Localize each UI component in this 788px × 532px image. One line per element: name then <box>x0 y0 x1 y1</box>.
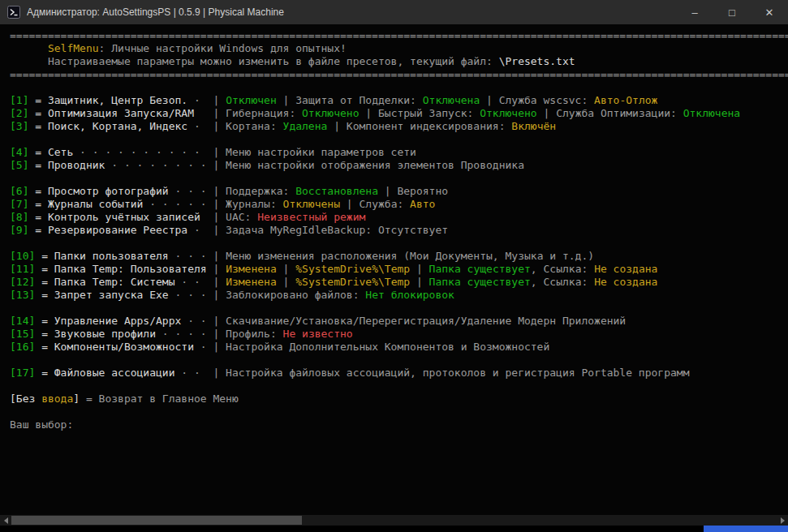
console-line: [13] = Запрет запуска Exe · · · | Заблок… <box>10 289 788 302</box>
console-line: [11] = Папка Temp: Пользователя | Измене… <box>10 263 788 276</box>
maximize-button[interactable]: □ <box>713 0 751 24</box>
scroll-left-icon <box>4 517 8 524</box>
console-line: [2] = Оптимизация Запуска/RAM | Гибернац… <box>10 107 788 120</box>
powershell-app-icon <box>7 6 20 19</box>
console-line: [3] = Поиск, Кортана, Индекс · | Кортана… <box>10 120 788 133</box>
scroll-right-button[interactable] <box>777 515 788 526</box>
console-line: [1] = Защитник, Центр Безоп. · | Отключе… <box>10 94 788 107</box>
console-line <box>10 302 788 315</box>
console-output[interactable]: ========================================… <box>0 24 788 515</box>
close-icon: ✕ <box>765 6 774 19</box>
console-line: [4] = Сеть · · · · · · · · · · | Меню на… <box>10 146 788 159</box>
window-controls: – □ ✕ <box>676 0 788 24</box>
console-line: [10] = Папки пользователя · · · | Меню и… <box>10 250 788 263</box>
bottom-strip <box>0 526 788 532</box>
console-line: [8] = Контроль учётных записей | UAC: Не… <box>10 211 788 224</box>
console-line: [15] = Звуковые профили · · · · | Профил… <box>10 328 788 341</box>
scrollbar-thumb[interactable] <box>11 516 302 525</box>
console-line <box>10 81 788 94</box>
console-line <box>10 172 788 185</box>
horizontal-scrollbar[interactable] <box>0 515 788 526</box>
console-line: [14] = Управление Apps/Appx · · | Скачив… <box>10 315 788 328</box>
console-line: [5] = Проводник · · · · · · · · | Меню н… <box>10 159 788 172</box>
scroll-right-icon <box>781 517 785 524</box>
console-line: Настраиваемые параметры можно изменить в… <box>10 55 788 68</box>
console-line: ========================================… <box>10 29 788 42</box>
minimize-icon: – <box>691 6 697 19</box>
console-line: [12] = Папка Temp: Системы · · | Изменен… <box>10 276 788 289</box>
scroll-left-button[interactable] <box>0 515 11 526</box>
console-line: SelfMenu: Личные настройки Windows для о… <box>10 42 788 55</box>
minimize-button[interactable]: – <box>676 0 713 24</box>
titlebar[interactable]: Администратор: AutoSettingsPS | 0.5.9 | … <box>0 0 788 24</box>
console-window: Администратор: AutoSettingsPS | 0.5.9 | … <box>0 0 788 532</box>
close-button[interactable]: ✕ <box>751 0 788 24</box>
console-line: [Без ввода] = Возврат в Главное Меню <box>10 393 788 405</box>
console-line: Ваш выбор: <box>10 418 788 431</box>
console-line: [6] = Просмотр фотографий · · · | Поддер… <box>10 185 788 198</box>
console-line: [17] = Файловые ассоциации · · | Настрой… <box>10 367 788 380</box>
taskbar-peek <box>704 526 788 532</box>
console-line: ========================================… <box>10 68 788 81</box>
console-line <box>10 380 788 393</box>
console-line: [9] = Резервирование Реестра · | Задача … <box>10 224 788 237</box>
console-line <box>10 405 788 418</box>
console-line <box>10 133 788 146</box>
console-line: [16] = Компоненты/Возможности · | Настро… <box>10 341 788 354</box>
scrollbar-track[interactable] <box>11 515 777 526</box>
window-title: Администратор: AutoSettingsPS | 0.5.9 | … <box>27 6 676 18</box>
console-line: [7] = Журналы событий · · · · · | Журнал… <box>10 198 788 211</box>
maximize-icon: □ <box>729 6 735 19</box>
console-line <box>10 354 788 367</box>
console-line <box>10 237 788 250</box>
